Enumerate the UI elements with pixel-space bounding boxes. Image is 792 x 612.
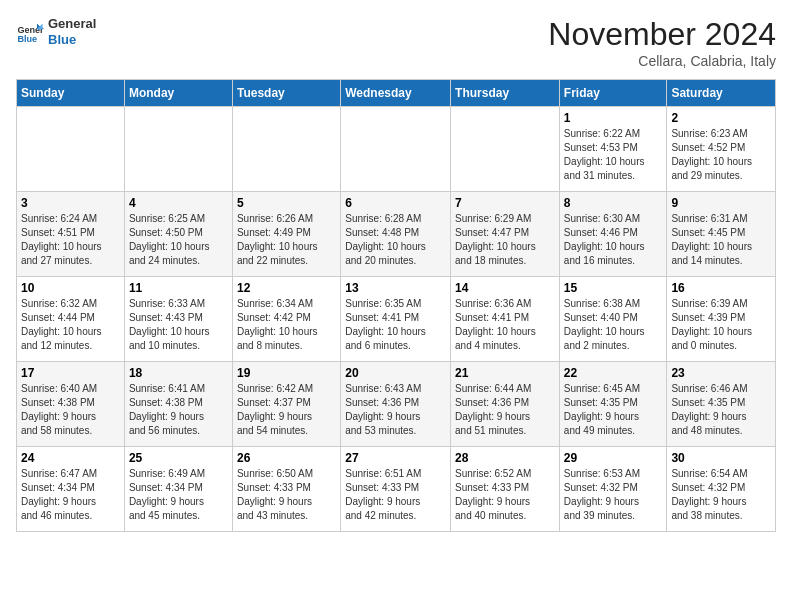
calendar-week-5: 24Sunrise: 6:47 AM Sunset: 4:34 PM Dayli… — [17, 447, 776, 532]
day-detail: Sunrise: 6:22 AM Sunset: 4:53 PM Dayligh… — [564, 127, 663, 183]
location-subtitle: Cellara, Calabria, Italy — [548, 53, 776, 69]
day-detail: Sunrise: 6:45 AM Sunset: 4:35 PM Dayligh… — [564, 382, 663, 438]
day-number: 19 — [237, 366, 336, 380]
calendar-cell: 24Sunrise: 6:47 AM Sunset: 4:34 PM Dayli… — [17, 447, 125, 532]
weekday-header-sunday: Sunday — [17, 80, 125, 107]
calendar-cell: 29Sunrise: 6:53 AM Sunset: 4:32 PM Dayli… — [559, 447, 667, 532]
day-detail: Sunrise: 6:24 AM Sunset: 4:51 PM Dayligh… — [21, 212, 120, 268]
calendar-cell: 12Sunrise: 6:34 AM Sunset: 4:42 PM Dayli… — [232, 277, 340, 362]
day-number: 9 — [671, 196, 771, 210]
day-detail: Sunrise: 6:47 AM Sunset: 4:34 PM Dayligh… — [21, 467, 120, 523]
calendar-cell: 1Sunrise: 6:22 AM Sunset: 4:53 PM Daylig… — [559, 107, 667, 192]
day-detail: Sunrise: 6:44 AM Sunset: 4:36 PM Dayligh… — [455, 382, 555, 438]
calendar-cell: 26Sunrise: 6:50 AM Sunset: 4:33 PM Dayli… — [232, 447, 340, 532]
calendar-week-1: 1Sunrise: 6:22 AM Sunset: 4:53 PM Daylig… — [17, 107, 776, 192]
calendar-cell: 14Sunrise: 6:36 AM Sunset: 4:41 PM Dayli… — [451, 277, 560, 362]
page-header: General Blue General Blue November 2024 … — [16, 16, 776, 69]
calendar-week-2: 3Sunrise: 6:24 AM Sunset: 4:51 PM Daylig… — [17, 192, 776, 277]
day-detail: Sunrise: 6:25 AM Sunset: 4:50 PM Dayligh… — [129, 212, 228, 268]
day-number: 28 — [455, 451, 555, 465]
day-number: 12 — [237, 281, 336, 295]
calendar-cell: 23Sunrise: 6:46 AM Sunset: 4:35 PM Dayli… — [667, 362, 776, 447]
logo: General Blue General Blue — [16, 16, 96, 47]
day-detail: Sunrise: 6:33 AM Sunset: 4:43 PM Dayligh… — [129, 297, 228, 353]
calendar-cell: 3Sunrise: 6:24 AM Sunset: 4:51 PM Daylig… — [17, 192, 125, 277]
calendar-cell: 28Sunrise: 6:52 AM Sunset: 4:33 PM Dayli… — [451, 447, 560, 532]
calendar-cell: 15Sunrise: 6:38 AM Sunset: 4:40 PM Dayli… — [559, 277, 667, 362]
day-detail: Sunrise: 6:40 AM Sunset: 4:38 PM Dayligh… — [21, 382, 120, 438]
day-detail: Sunrise: 6:49 AM Sunset: 4:34 PM Dayligh… — [129, 467, 228, 523]
calendar-cell: 17Sunrise: 6:40 AM Sunset: 4:38 PM Dayli… — [17, 362, 125, 447]
day-detail: Sunrise: 6:38 AM Sunset: 4:40 PM Dayligh… — [564, 297, 663, 353]
day-detail: Sunrise: 6:43 AM Sunset: 4:36 PM Dayligh… — [345, 382, 446, 438]
day-number: 29 — [564, 451, 663, 465]
calendar-cell: 25Sunrise: 6:49 AM Sunset: 4:34 PM Dayli… — [124, 447, 232, 532]
day-number: 23 — [671, 366, 771, 380]
day-number: 21 — [455, 366, 555, 380]
calendar-cell: 5Sunrise: 6:26 AM Sunset: 4:49 PM Daylig… — [232, 192, 340, 277]
logo-blue: Blue — [48, 32, 96, 48]
day-detail: Sunrise: 6:53 AM Sunset: 4:32 PM Dayligh… — [564, 467, 663, 523]
calendar-week-3: 10Sunrise: 6:32 AM Sunset: 4:44 PM Dayli… — [17, 277, 776, 362]
day-number: 22 — [564, 366, 663, 380]
weekday-header-row: SundayMondayTuesdayWednesdayThursdayFrid… — [17, 80, 776, 107]
day-number: 30 — [671, 451, 771, 465]
day-detail: Sunrise: 6:54 AM Sunset: 4:32 PM Dayligh… — [671, 467, 771, 523]
day-number: 6 — [345, 196, 446, 210]
day-detail: Sunrise: 6:34 AM Sunset: 4:42 PM Dayligh… — [237, 297, 336, 353]
day-detail: Sunrise: 6:28 AM Sunset: 4:48 PM Dayligh… — [345, 212, 446, 268]
day-number: 11 — [129, 281, 228, 295]
day-detail: Sunrise: 6:52 AM Sunset: 4:33 PM Dayligh… — [455, 467, 555, 523]
day-number: 2 — [671, 111, 771, 125]
day-detail: Sunrise: 6:30 AM Sunset: 4:46 PM Dayligh… — [564, 212, 663, 268]
day-detail: Sunrise: 6:41 AM Sunset: 4:38 PM Dayligh… — [129, 382, 228, 438]
calendar-cell: 2Sunrise: 6:23 AM Sunset: 4:52 PM Daylig… — [667, 107, 776, 192]
calendar-cell: 27Sunrise: 6:51 AM Sunset: 4:33 PM Dayli… — [341, 447, 451, 532]
day-number: 10 — [21, 281, 120, 295]
calendar-cell: 21Sunrise: 6:44 AM Sunset: 4:36 PM Dayli… — [451, 362, 560, 447]
day-number: 26 — [237, 451, 336, 465]
weekday-header-monday: Monday — [124, 80, 232, 107]
day-number: 7 — [455, 196, 555, 210]
day-detail: Sunrise: 6:36 AM Sunset: 4:41 PM Dayligh… — [455, 297, 555, 353]
day-number: 5 — [237, 196, 336, 210]
logo-general: General — [48, 16, 96, 32]
calendar-cell: 16Sunrise: 6:39 AM Sunset: 4:39 PM Dayli… — [667, 277, 776, 362]
svg-text:Blue: Blue — [17, 33, 37, 43]
calendar-cell: 19Sunrise: 6:42 AM Sunset: 4:37 PM Dayli… — [232, 362, 340, 447]
calendar-cell: 8Sunrise: 6:30 AM Sunset: 4:46 PM Daylig… — [559, 192, 667, 277]
day-number: 1 — [564, 111, 663, 125]
day-number: 16 — [671, 281, 771, 295]
day-number: 24 — [21, 451, 120, 465]
day-number: 25 — [129, 451, 228, 465]
day-number: 3 — [21, 196, 120, 210]
weekday-header-friday: Friday — [559, 80, 667, 107]
calendar-cell: 22Sunrise: 6:45 AM Sunset: 4:35 PM Dayli… — [559, 362, 667, 447]
day-number: 17 — [21, 366, 120, 380]
day-number: 15 — [564, 281, 663, 295]
weekday-header-thursday: Thursday — [451, 80, 560, 107]
calendar-cell: 11Sunrise: 6:33 AM Sunset: 4:43 PM Dayli… — [124, 277, 232, 362]
calendar-week-4: 17Sunrise: 6:40 AM Sunset: 4:38 PM Dayli… — [17, 362, 776, 447]
calendar-cell — [17, 107, 125, 192]
day-detail: Sunrise: 6:29 AM Sunset: 4:47 PM Dayligh… — [455, 212, 555, 268]
calendar-cell: 18Sunrise: 6:41 AM Sunset: 4:38 PM Dayli… — [124, 362, 232, 447]
day-detail: Sunrise: 6:31 AM Sunset: 4:45 PM Dayligh… — [671, 212, 771, 268]
day-detail: Sunrise: 6:46 AM Sunset: 4:35 PM Dayligh… — [671, 382, 771, 438]
calendar-cell — [232, 107, 340, 192]
calendar-cell — [451, 107, 560, 192]
day-detail: Sunrise: 6:51 AM Sunset: 4:33 PM Dayligh… — [345, 467, 446, 523]
weekday-header-wednesday: Wednesday — [341, 80, 451, 107]
day-number: 18 — [129, 366, 228, 380]
calendar-cell: 7Sunrise: 6:29 AM Sunset: 4:47 PM Daylig… — [451, 192, 560, 277]
day-detail: Sunrise: 6:42 AM Sunset: 4:37 PM Dayligh… — [237, 382, 336, 438]
calendar-cell: 30Sunrise: 6:54 AM Sunset: 4:32 PM Dayli… — [667, 447, 776, 532]
day-detail: Sunrise: 6:26 AM Sunset: 4:49 PM Dayligh… — [237, 212, 336, 268]
day-number: 8 — [564, 196, 663, 210]
day-number: 20 — [345, 366, 446, 380]
title-block: November 2024 Cellara, Calabria, Italy — [548, 16, 776, 69]
calendar-cell: 6Sunrise: 6:28 AM Sunset: 4:48 PM Daylig… — [341, 192, 451, 277]
month-title: November 2024 — [548, 16, 776, 53]
weekday-header-tuesday: Tuesday — [232, 80, 340, 107]
day-number: 14 — [455, 281, 555, 295]
